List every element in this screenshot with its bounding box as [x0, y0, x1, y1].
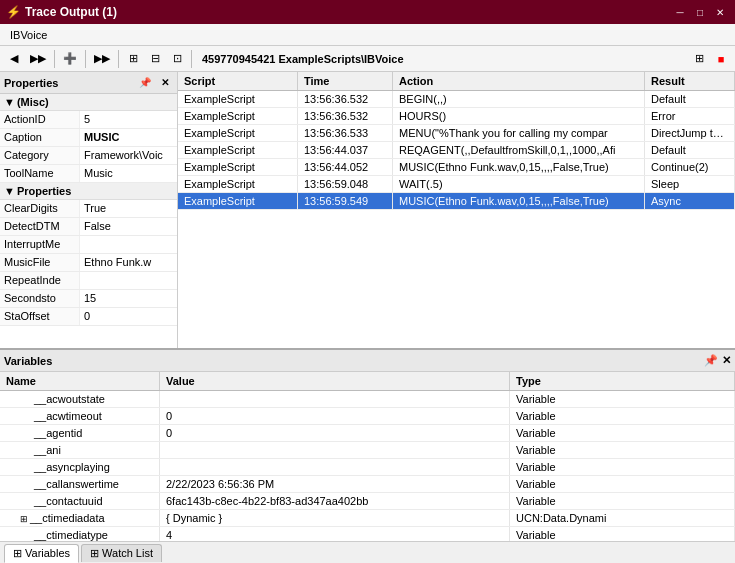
- var-col-value[interactable]: Value: [160, 372, 510, 390]
- var-cell-name: __agentid: [0, 425, 160, 441]
- tab-watch-list[interactable]: ⊞ Watch List: [81, 544, 162, 562]
- var-cell-name: __acwoutstate: [0, 391, 160, 407]
- toolbar-grid1-btn[interactable]: ⊞: [123, 49, 143, 69]
- trace-row[interactable]: ExampleScript 13:56:44.052 MUSIC(Ethno F…: [178, 159, 735, 176]
- trace-cell-action: HOURS(): [393, 108, 645, 124]
- prop-value-repeatinde[interactable]: [80, 272, 177, 289]
- trace-cell-time: 13:56:44.037: [298, 142, 393, 158]
- var-cell-value: 2/22/2023 6:56:36 PM: [160, 476, 510, 492]
- prop-name-interruptme: InterruptMe: [0, 236, 80, 253]
- prop-row-secondsto: Secondsto 15: [0, 290, 177, 308]
- variables-panel-title: Variables: [4, 355, 52, 367]
- var-cell-type: Variable: [510, 459, 735, 475]
- prop-value-caption[interactable]: MUSIC: [80, 129, 177, 146]
- trace-col-action[interactable]: Action: [393, 72, 645, 90]
- var-cell-type: Variable: [510, 425, 735, 441]
- prop-group-misc[interactable]: ▼ (Misc): [0, 94, 177, 111]
- trace-col-result[interactable]: Result: [645, 72, 735, 90]
- toolbar-grid3-btn[interactable]: ⊡: [167, 49, 187, 69]
- toolbar: ◀ ▶▶ ➕ ▶▶ ⊞ ⊟ ⊡ 459770945421 ExampleScri…: [0, 46, 735, 72]
- var-cell-name: __ani: [0, 442, 160, 458]
- var-row[interactable]: __acwoutstate Variable: [0, 391, 735, 408]
- var-row[interactable]: __contactuuid 6fac143b-c8ec-4b22-bf83-ad…: [0, 493, 735, 510]
- trace-cell-action: BEGIN(,,): [393, 91, 645, 107]
- var-cell-value: [160, 442, 510, 458]
- prop-name-secondsto: Secondsto: [0, 290, 80, 307]
- menu-ibvoice[interactable]: IBVoice: [4, 27, 53, 43]
- toolbar-grid2-btn[interactable]: ⊟: [145, 49, 165, 69]
- window-controls: ─ □ ✕: [671, 4, 729, 20]
- var-cell-type: Variable: [510, 476, 735, 492]
- properties-pin-btn[interactable]: 📌: [137, 75, 153, 91]
- trace-row[interactable]: ExampleScript 13:56:36.532 HOURS() Error: [178, 108, 735, 125]
- prop-value-toolname[interactable]: Music: [80, 165, 177, 182]
- var-row[interactable]: __ani Variable: [0, 442, 735, 459]
- prop-value-detectdtm[interactable]: False: [80, 218, 177, 235]
- prop-group-properties[interactable]: ▼ Properties: [0, 183, 177, 200]
- trace-row[interactable]: ExampleScript 13:56:44.037 REQAGENT(,,De…: [178, 142, 735, 159]
- trace-col-script[interactable]: Script: [178, 72, 298, 90]
- trace-cell-script: ExampleScript: [178, 125, 298, 141]
- var-row[interactable]: ⊞__ctimediadata { Dynamic } UCN:Data.Dyn…: [0, 510, 735, 527]
- prop-group-misc-arrow: ▼: [4, 96, 15, 108]
- var-row[interactable]: __asyncplaying Variable: [0, 459, 735, 476]
- prop-group-properties-label: Properties: [17, 185, 71, 197]
- var-col-type[interactable]: Type: [510, 372, 735, 390]
- trace-cell-result: Continue(2): [645, 159, 735, 175]
- var-row[interactable]: __acwtimeout 0 Variable: [0, 408, 735, 425]
- trace-cell-time: 13:56:36.533: [298, 125, 393, 141]
- trace-cell-result: Sleep: [645, 176, 735, 192]
- var-row[interactable]: __callanswertime 2/22/2023 6:56:36 PM Va…: [0, 476, 735, 493]
- trace-row[interactable]: ExampleScript 13:56:59.549 MUSIC(Ethno F…: [178, 193, 735, 210]
- prop-row-musicfile: MusicFile Ethno Funk.w: [0, 254, 177, 272]
- toolbar-play-btn[interactable]: ▶▶: [90, 49, 114, 69]
- variables-close-btn[interactable]: ✕: [722, 354, 731, 367]
- prop-row-caption: Caption MUSIC: [0, 129, 177, 147]
- properties-panel-header: Properties 📌 ✕: [0, 72, 177, 94]
- trace-cell-result: DirectJump to 4: [645, 125, 735, 141]
- trace-cell-result: Error: [645, 108, 735, 124]
- maximize-button[interactable]: □: [691, 4, 709, 20]
- properties-content: ▼ (Misc) ActionID 5 Caption MUSIC Catego…: [0, 94, 177, 348]
- toolbar-back-btn[interactable]: ◀: [4, 49, 24, 69]
- prop-row-actionid: ActionID 5: [0, 111, 177, 129]
- prop-value-musicfile[interactable]: Ethno Funk.w: [80, 254, 177, 271]
- menu-bar: IBVoice: [0, 24, 735, 46]
- prop-value-category[interactable]: Framework\Voic: [80, 147, 177, 164]
- var-row[interactable]: __ctimediatype 4 Variable: [0, 527, 735, 541]
- var-cell-type: Variable: [510, 391, 735, 407]
- var-cell-value: { Dynamic }: [160, 510, 510, 526]
- close-button[interactable]: ✕: [711, 4, 729, 20]
- var-cell-type: Variable: [510, 408, 735, 424]
- toolbar-add-btn[interactable]: ➕: [59, 49, 81, 69]
- trace-cell-script: ExampleScript: [178, 108, 298, 124]
- trace-cell-action: MUSIC(Ethno Funk.wav,0,15,,,,False,True): [393, 159, 645, 175]
- prop-value-interruptme[interactable]: [80, 236, 177, 253]
- bottom-tabs: ⊞ Variables ⊞ Watch List: [0, 541, 735, 563]
- variables-pin-btn[interactable]: 📌: [704, 354, 718, 367]
- trace-row[interactable]: ExampleScript 13:56:36.533 MENU("%Thank …: [178, 125, 735, 142]
- prop-value-cleardigits[interactable]: True: [80, 200, 177, 217]
- toolbar-view-btn[interactable]: ⊞: [689, 49, 709, 69]
- trace-row[interactable]: ExampleScript 13:56:36.532 BEGIN(,,) Def…: [178, 91, 735, 108]
- properties-close-btn[interactable]: ✕: [157, 75, 173, 91]
- var-cell-value: 0: [160, 408, 510, 424]
- prop-value-secondsto[interactable]: 15: [80, 290, 177, 307]
- toolbar-forward-btn[interactable]: ▶▶: [26, 49, 50, 69]
- toolbar-stop-btn[interactable]: ■: [711, 49, 731, 69]
- prop-value-actionid[interactable]: 5: [80, 111, 177, 128]
- prop-row-detectdtm: DetectDTM False: [0, 218, 177, 236]
- var-col-name[interactable]: Name: [0, 372, 160, 390]
- prop-value-staoffset[interactable]: 0: [80, 308, 177, 325]
- trace-row[interactable]: ExampleScript 13:56:59.048 WAIT(.5) Slee…: [178, 176, 735, 193]
- var-cell-value: [160, 391, 510, 407]
- trace-panel: Script Time Action Result ExampleScript …: [178, 72, 735, 348]
- variables-table-header: Name Value Type: [0, 372, 735, 391]
- trace-col-time[interactable]: Time: [298, 72, 393, 90]
- trace-cell-action: MENU("%Thank you for calling my compar: [393, 125, 645, 141]
- var-row[interactable]: __agentid 0 Variable: [0, 425, 735, 442]
- tab-variables[interactable]: ⊞ Variables: [4, 544, 79, 563]
- minimize-button[interactable]: ─: [671, 4, 689, 20]
- trace-cell-time: 13:56:44.052: [298, 159, 393, 175]
- main-area: Properties 📌 ✕ ▼ (Misc) ActionID 5 Capti…: [0, 72, 735, 563]
